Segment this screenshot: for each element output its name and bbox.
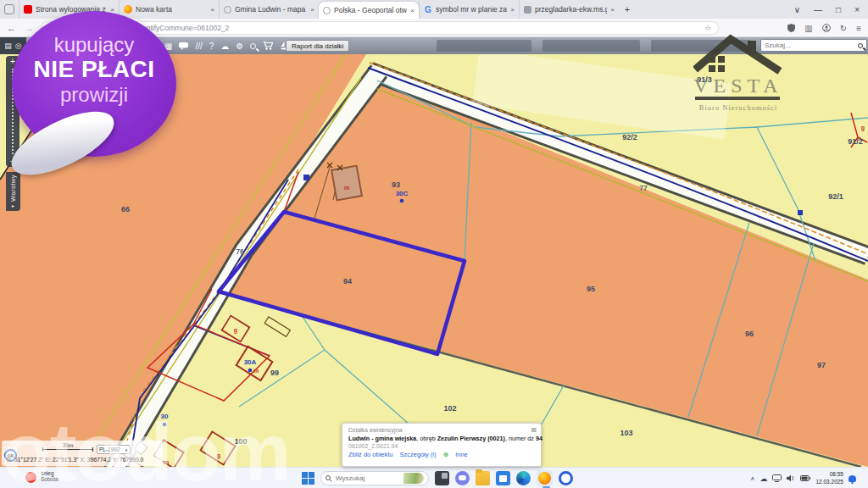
cart-icon[interactable] [263, 42, 273, 50]
tab-polska-geoportal-active[interactable]: Polska - Geoportal otwartych d... × [319, 2, 419, 19]
crs-label: PL-1992 [99, 446, 120, 452]
sidebar-icon[interactable]: ▥ [804, 24, 812, 33]
svg-text:92/1: 92/1 [828, 192, 843, 201]
bookmark-star-icon[interactable]: ☆ [704, 24, 711, 32]
vesta-logo: VESTA Biuro Nieruchomości [693, 34, 797, 117]
network-monitor-icon[interactable] [772, 474, 782, 482]
svg-text:g: g [234, 327, 237, 334]
svg-text:96: 96 [745, 330, 754, 338]
search-icon [326, 475, 332, 482]
svg-text:97: 97 [817, 361, 826, 369]
scale-ruler [42, 449, 93, 452]
firefox-active-app[interactable] [537, 470, 553, 486]
svg-text:103: 103 [620, 429, 632, 437]
popup-parcel-description: Ludwin - gmina wiejska, obręb Zezulin Pi… [348, 435, 535, 442]
firefox-icon [538, 472, 551, 485]
system-tray: ∧ ☁ 08:55 12.03.2025 [750, 468, 856, 488]
layers-panel-tab[interactable]: Warstwy ▸ [6, 172, 20, 211]
microsoft-store-icon[interactable] [496, 471, 510, 485]
text: , obręb [416, 435, 437, 442]
tab-symbol-mr[interactable]: G symbol mr w planie zagospoda... × [419, 0, 519, 19]
weather-icon [25, 472, 36, 483]
measure-icon[interactable]: /// [195, 42, 202, 51]
teams-chat-icon[interactable] [455, 471, 470, 485]
svg-text:m: m [253, 368, 259, 374]
svg-text:30C: 30C [396, 190, 409, 197]
plus-icon[interactable]: ⊕ [442, 451, 448, 458]
svg-text:91/2: 91/2 [848, 137, 863, 146]
volume-icon[interactable] [787, 474, 795, 482]
browser-icon[interactable] [559, 471, 573, 485]
shield-icon[interactable] [787, 24, 795, 32]
windows-taskbar: śnieg Sobota ∧ ☁ 08:55 12.03.2025 [0, 467, 868, 488]
close-tab-icon[interactable]: × [310, 6, 314, 14]
onedrive-cloud-icon[interactable]: ☁ [760, 474, 767, 483]
clock[interactable]: 08:55 12.03.2025 [815, 471, 843, 485]
weather-day: Sobota [41, 476, 58, 482]
tab-title: symbol mr w planie zagospoda... [436, 5, 507, 14]
list-tabs-caret-icon[interactable]: ∨ [794, 5, 800, 14]
tab-gmina-ludwin[interactable]: Gmina Ludwin - mapa działek ... × [219, 0, 319, 19]
parcel-number: 94 [536, 435, 542, 442]
popup-close-icon[interactable]: ⊠ [531, 426, 537, 434]
svg-text:95: 95 [587, 285, 595, 293]
tab-title: Gmina Ludwin - mapa działek ... [235, 5, 307, 14]
zoom-search-icon[interactable] [250, 43, 256, 49]
vesta-brand-name: VESTA [693, 75, 783, 97]
maximize-button[interactable]: □ [836, 5, 841, 14]
svg-text:92/2: 92/2 [622, 133, 637, 141]
svg-text:g: g [217, 452, 220, 459]
close-tab-icon[interactable]: × [210, 6, 214, 14]
close-window-button[interactable]: × [854, 5, 860, 14]
globe-icon [224, 6, 231, 14]
parcel-info-popup: Działka ewidencyjna ⊠ Ludwin - gmina wie… [342, 423, 542, 467]
report-parcel-button[interactable]: Raport dla działki [286, 40, 349, 52]
search-highlight-thumbnail [403, 473, 424, 484]
edge-browser-icon[interactable] [516, 471, 531, 485]
file-explorer-icon[interactable] [476, 471, 490, 485]
tab-title: Polska - Geoportal otwartych d... [334, 6, 407, 14]
close-tab-icon[interactable]: × [610, 6, 615, 14]
svg-text:66: 66 [121, 205, 130, 214]
gov-icon [524, 6, 531, 14]
toolbar-panel [437, 40, 531, 52]
taskbar-search[interactable] [320, 471, 429, 485]
more-link[interactable]: Inne [455, 451, 468, 458]
close-tab-icon[interactable]: × [510, 6, 515, 14]
layers-tab-label: Warstwy [9, 175, 17, 202]
reload-extensions-icon[interactable]: ↻ [840, 24, 847, 33]
svg-text:30: 30 [161, 413, 169, 420]
weather-condition: śnieg [41, 470, 58, 476]
start-button[interactable] [302, 472, 314, 485]
taskbar-search-input[interactable] [336, 474, 395, 482]
close-tab-icon[interactable]: × [410, 7, 415, 14]
help-icon[interactable]: ? [209, 42, 214, 51]
parcel-identifier: 061002_2.0021.94 [348, 443, 535, 449]
sticker-line1: kupujący [12, 34, 176, 56]
details-link[interactable]: Szczegóły (i) [400, 451, 437, 458]
task-view-button[interactable] [435, 471, 449, 485]
account-icon[interactable] [822, 24, 831, 32]
weather-widget[interactable]: śnieg Sobota [25, 470, 58, 483]
notification-bell-icon[interactable] [849, 475, 856, 482]
crs-dropdown[interactable]: PL-1992 ∨ [97, 445, 131, 454]
vesta-divider [695, 97, 780, 100]
menu-icon[interactable]: ≡ [856, 24, 861, 33]
settings-icon[interactable]: ⚙ [236, 42, 243, 51]
zoom-to-object-link[interactable]: Zbliż do obiektu [348, 451, 393, 458]
text: , numer dz [505, 435, 536, 442]
battery-icon[interactable] [800, 475, 810, 481]
minimize-button[interactable]: — [814, 5, 822, 14]
tray-chevron-up-icon[interactable]: ∧ [750, 475, 754, 482]
svg-text:m: m [164, 459, 169, 465]
svg-text:94: 94 [343, 277, 352, 286]
new-tab-button[interactable]: + [619, 0, 636, 19]
tab-przegladarka-ekw[interactable]: przegladarka-ekw.ms.gov.pl/eu... × [519, 0, 619, 19]
download-icon[interactable]: ☁ [220, 42, 229, 51]
svg-text:g: g [861, 125, 865, 131]
svg-text:76: 76 [236, 247, 244, 256]
layers-icon[interactable]: ▤ [4, 42, 12, 50]
commune-name: Ludwin - gmina wiejska [348, 435, 416, 442]
district-name: Zezulin Pierwszy (0021) [437, 435, 505, 442]
chat-icon[interactable] [179, 42, 188, 50]
